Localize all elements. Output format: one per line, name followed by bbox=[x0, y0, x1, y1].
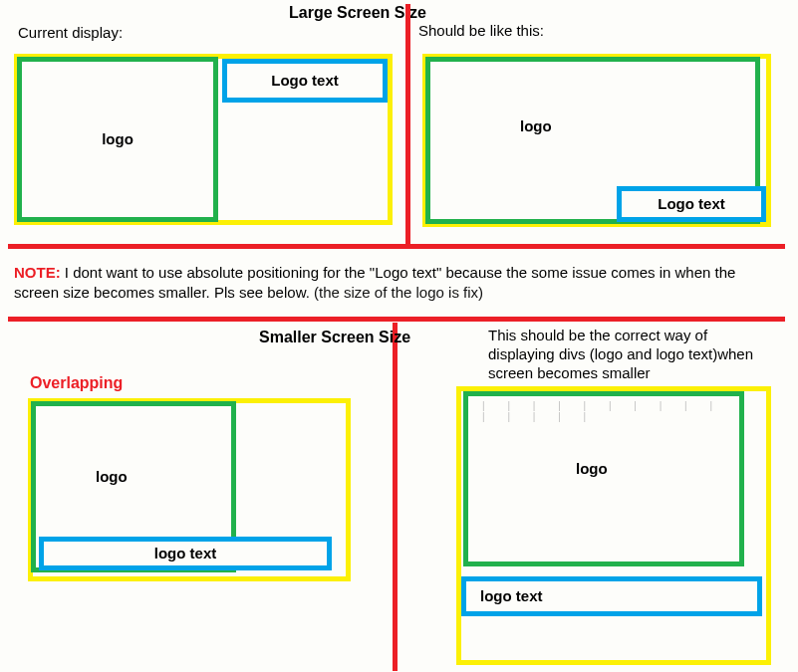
desc-correct-small: This should be the correct way of displa… bbox=[488, 327, 777, 382]
logo-box: | | | | | | | | | | | | | | | logo bbox=[463, 391, 744, 566]
logo-box: logo bbox=[17, 57, 218, 222]
label-current-display: Current display: bbox=[18, 24, 123, 41]
divider-horizontal-2 bbox=[8, 317, 785, 322]
divider-horizontal-1 bbox=[8, 244, 785, 249]
logo-label: logo bbox=[520, 117, 552, 134]
label-should-be: Should be like this: bbox=[418, 22, 544, 39]
container-small-overlap: logo logo text bbox=[28, 398, 351, 581]
note-label: NOTE: bbox=[14, 264, 61, 281]
container-large-correct: logo Logo text bbox=[422, 54, 771, 227]
logo-text-box: Logo text bbox=[617, 186, 766, 222]
container-large-current: logo Logo text bbox=[14, 54, 393, 225]
logo-label: logo bbox=[96, 468, 128, 485]
logo-label: logo bbox=[576, 460, 608, 477]
dotted-guide: | | | | | | | | | | | | | | | bbox=[482, 400, 739, 422]
logo-text-box: Logo text bbox=[222, 59, 388, 103]
note-text: NOTE: I dont want to use absolute positi… bbox=[14, 263, 771, 304]
logo-text-box: logo text bbox=[461, 576, 762, 616]
note-paren: (the size of the logo is fix) bbox=[314, 284, 483, 301]
divider-vertical-bottom bbox=[393, 323, 398, 671]
logo-text-box: logo text bbox=[39, 537, 332, 570]
divider-vertical-top bbox=[405, 4, 410, 246]
container-small-correct: | | | | | | | | | | | | | | | logo logo … bbox=[456, 386, 771, 665]
heading-smaller-screen: Smaller Screen Size bbox=[259, 329, 410, 346]
label-overlapping: Overlapping bbox=[30, 374, 123, 392]
